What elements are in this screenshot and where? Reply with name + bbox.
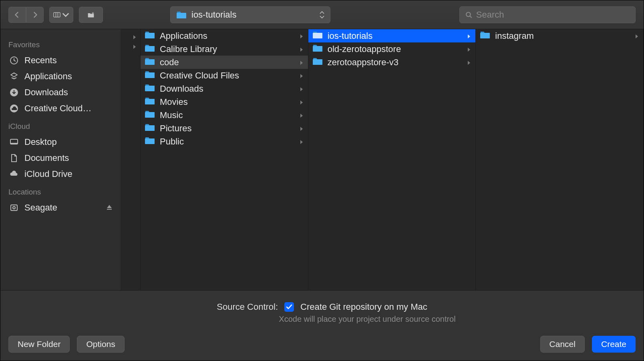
search-input[interactable] bbox=[476, 10, 630, 20]
svg-point-13 bbox=[13, 207, 15, 209]
folder-icon bbox=[145, 70, 155, 81]
chevron-right-icon bbox=[467, 44, 471, 54]
root-row-1[interactable] bbox=[121, 32, 140, 42]
sidebar-heading: iCloud bbox=[4, 116, 117, 134]
column-2[interactable]: ios-tutorialsold-zerotoappstorezerotoapp… bbox=[308, 29, 476, 290]
folder-item[interactable]: Calibre Library bbox=[141, 42, 308, 56]
sidebar-item-seagate[interactable]: Seagate bbox=[4, 200, 117, 216]
new-folder-toolbar-button[interactable] bbox=[79, 7, 103, 23]
git-checkbox[interactable] bbox=[284, 302, 294, 312]
folder-label: Downloads bbox=[160, 84, 203, 94]
disk-icon bbox=[8, 202, 20, 213]
chevron-right-icon bbox=[634, 31, 639, 41]
sidebar-item-recents[interactable]: Recents bbox=[4, 52, 117, 68]
column-root bbox=[121, 29, 141, 290]
folder-item[interactable]: Creative Cloud Files bbox=[141, 69, 308, 82]
source-control-section: Source Control: Create Git repository on… bbox=[8, 302, 636, 324]
stepper-icon bbox=[320, 11, 324, 18]
new-folder-button[interactable]: New Folder bbox=[8, 336, 70, 353]
root-row-2[interactable] bbox=[121, 42, 140, 52]
folder-label: Pictures bbox=[160, 123, 191, 134]
folder-label: Movies bbox=[160, 97, 188, 107]
folder-icon bbox=[145, 30, 155, 42]
folder-item[interactable]: ios-tutorials bbox=[308, 29, 476, 42]
folder-item[interactable]: Public bbox=[141, 135, 308, 148]
folder-item[interactable]: Movies bbox=[141, 95, 308, 108]
sidebar-item-label: Documents bbox=[24, 153, 69, 163]
folder-label: Creative Cloud Files bbox=[160, 70, 239, 81]
chevron-right-icon bbox=[467, 31, 471, 41]
columns-icon bbox=[53, 11, 60, 18]
sidebar-item-label: Seagate bbox=[24, 203, 57, 213]
location-popup[interactable]: ios-tutorials bbox=[170, 6, 330, 23]
icloud-drive-icon bbox=[8, 168, 20, 180]
view-mode-button[interactable] bbox=[49, 7, 73, 23]
sidebar-item-label: Downloads bbox=[24, 87, 68, 98]
check-icon bbox=[286, 304, 292, 310]
creative-cloud-icon bbox=[8, 103, 20, 114]
sidebar-item-label: Recents bbox=[24, 55, 57, 66]
folder-label: code bbox=[160, 57, 179, 68]
folder-item[interactable]: Applications bbox=[141, 29, 308, 42]
eject-icon[interactable] bbox=[106, 203, 113, 213]
folder-item[interactable]: Downloads bbox=[141, 82, 308, 95]
folder-icon bbox=[145, 136, 155, 147]
chevron-right-icon bbox=[299, 97, 304, 107]
folder-label: Public bbox=[160, 136, 184, 147]
svg-rect-11 bbox=[10, 143, 18, 144]
folder-item[interactable]: instagram bbox=[476, 29, 643, 42]
svg-rect-0 bbox=[54, 12, 60, 17]
folder-item[interactable]: Music bbox=[141, 108, 308, 122]
new-folder-icon bbox=[87, 11, 95, 18]
sidebar-item-desktop[interactable]: Desktop bbox=[4, 134, 117, 150]
folder-item[interactable]: old-zerotoappstore bbox=[308, 42, 476, 56]
cancel-button[interactable]: Cancel bbox=[540, 336, 585, 353]
folder-icon bbox=[312, 30, 323, 42]
recents-icon bbox=[8, 55, 20, 66]
folder-icon bbox=[176, 10, 187, 19]
chevron-down-icon bbox=[62, 11, 69, 18]
folder-icon bbox=[145, 44, 155, 55]
nav-back-button[interactable] bbox=[8, 7, 26, 23]
options-button[interactable]: Options bbox=[77, 336, 124, 353]
svg-rect-12 bbox=[11, 205, 17, 211]
sidebar-item-documents[interactable]: Documents bbox=[4, 150, 117, 166]
folder-label: Calibre Library bbox=[160, 44, 217, 54]
applications-icon bbox=[8, 71, 20, 82]
chevron-right-icon bbox=[299, 136, 304, 147]
sidebar-heading: Locations bbox=[4, 182, 117, 200]
column-1[interactable]: ApplicationsCalibre LibrarycodeCreative … bbox=[141, 29, 308, 290]
chevron-right-icon bbox=[299, 84, 304, 94]
search-field[interactable] bbox=[459, 6, 636, 23]
folder-item[interactable]: Pictures bbox=[141, 122, 308, 135]
create-button[interactable]: Create bbox=[592, 336, 636, 353]
column-3[interactable]: instagram bbox=[476, 29, 644, 290]
folder-icon bbox=[480, 30, 490, 42]
folder-icon bbox=[145, 123, 155, 134]
sidebar-item-label: Creative Cloud… bbox=[24, 103, 92, 114]
sidebar-item-applications[interactable]: Applications bbox=[4, 68, 117, 84]
sidebar-item-downloads[interactable]: Downloads bbox=[4, 84, 117, 100]
chevron-right-icon bbox=[31, 11, 38, 18]
documents-icon bbox=[8, 152, 20, 164]
location-label: ios-tutorials bbox=[191, 10, 236, 20]
chevron-right-icon bbox=[299, 31, 304, 41]
folder-item[interactable]: code bbox=[141, 56, 308, 69]
chevron-left-icon bbox=[14, 11, 21, 18]
git-subtext: Xcode will place your project under sour… bbox=[279, 315, 455, 324]
folder-label: zerotoappstore-v3 bbox=[328, 57, 398, 68]
nav-forward-button[interactable] bbox=[26, 7, 44, 23]
source-control-label: Source Control: bbox=[217, 302, 278, 312]
chevron-right-icon bbox=[299, 57, 304, 68]
sidebar-item-creative-cloud-[interactable]: Creative Cloud… bbox=[4, 100, 117, 116]
folder-item[interactable]: zerotoappstore-v3 bbox=[308, 56, 476, 69]
column-browser: ApplicationsCalibre LibrarycodeCreative … bbox=[121, 29, 644, 290]
body: FavoritesRecentsApplicationsDownloadsCre… bbox=[0, 29, 644, 290]
sidebar-item-icloud-drive[interactable]: iCloud Drive bbox=[4, 166, 117, 182]
sidebar-item-label: Desktop bbox=[24, 137, 57, 147]
svg-point-5 bbox=[466, 12, 471, 16]
folder-icon bbox=[145, 57, 155, 68]
folder-label: old-zerotoappstore bbox=[328, 44, 401, 54]
folder-label: instagram bbox=[495, 31, 534, 41]
svg-line-6 bbox=[470, 16, 472, 18]
